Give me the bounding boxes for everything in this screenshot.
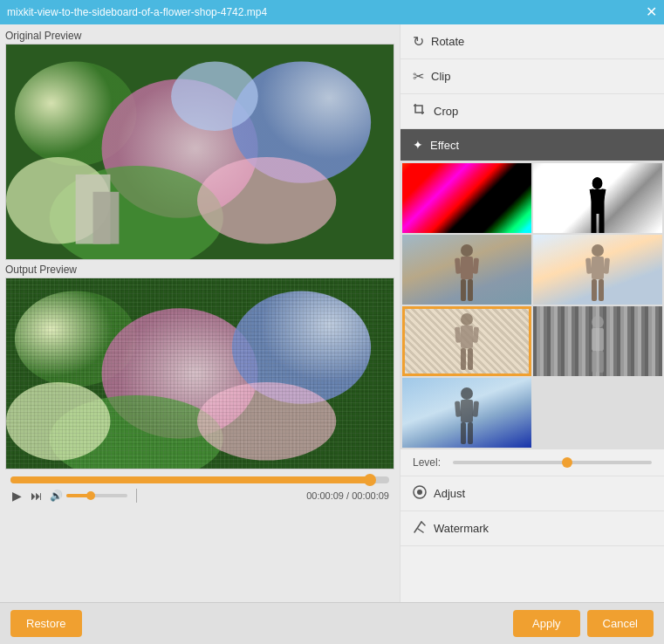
title-bar: mixkit-view-to-the-sideboard-of-a-flower… bbox=[0, 0, 664, 24]
svg-point-16 bbox=[6, 382, 110, 461]
watermark-label: Watermark bbox=[434, 522, 489, 535]
right-panel-inner: ↻ Rotate ✂ Clip Crop bbox=[400, 24, 664, 602]
original-svg bbox=[6, 45, 394, 259]
output-svg bbox=[6, 278, 394, 469]
left-panel: Original Preview bbox=[0, 24, 400, 602]
svg-rect-50 bbox=[468, 422, 473, 444]
svg-rect-37 bbox=[455, 326, 462, 342]
svg-point-23 bbox=[461, 244, 473, 257]
cancel-button[interactable]: Cancel bbox=[587, 610, 654, 637]
svg-rect-38 bbox=[472, 326, 479, 342]
playback-area: ▶ ⏭ 🔊 00:00:09 / 00:00:09 bbox=[5, 473, 394, 506]
level-label: Level: bbox=[413, 456, 446, 469]
crop-label: Crop bbox=[434, 105, 458, 118]
sidebar-item-effect[interactable]: ✦ Effect bbox=[400, 129, 664, 161]
effect-thumb-0[interactable] bbox=[402, 163, 531, 233]
sidebar-item-clip[interactable]: ✂ Clip bbox=[400, 59, 664, 94]
svg-point-29 bbox=[592, 244, 604, 257]
svg-rect-24 bbox=[461, 257, 473, 279]
svg-point-41 bbox=[592, 316, 604, 328]
svg-point-35 bbox=[461, 313, 473, 325]
effect-label: Effect bbox=[430, 139, 459, 152]
svg-rect-28 bbox=[468, 279, 473, 301]
bottom-bar: Restore Apply Cancel bbox=[0, 602, 664, 644]
sidebar-item-rotate[interactable]: ↻ Rotate bbox=[400, 24, 664, 59]
effect-thumb-6[interactable] bbox=[402, 378, 531, 448]
output-preview-image bbox=[5, 277, 394, 469]
window-title: mixkit-view-to-the-sideboard-of-a-flower… bbox=[7, 6, 267, 18]
output-preview-section: Output Preview bbox=[5, 264, 394, 469]
effect-grid bbox=[400, 161, 664, 449]
current-time: 00:00:09 bbox=[306, 490, 344, 501]
svg-rect-39 bbox=[461, 348, 466, 370]
close-button[interactable]: ✕ bbox=[646, 5, 657, 19]
svg-rect-36 bbox=[461, 325, 473, 348]
sidebar-item-watermark[interactable]: Watermark bbox=[400, 511, 664, 546]
svg-rect-44 bbox=[599, 351, 604, 373]
main-area: Original Preview bbox=[0, 24, 664, 602]
svg-rect-33 bbox=[592, 279, 597, 301]
svg-point-15 bbox=[197, 382, 336, 461]
effect-icon: ✦ bbox=[413, 138, 423, 152]
svg-point-7 bbox=[171, 61, 258, 131]
volume-area: 🔊 bbox=[50, 490, 127, 502]
svg-point-52 bbox=[417, 490, 422, 495]
restore-button[interactable]: Restore bbox=[10, 610, 82, 637]
right-content: ↻ Rotate ✂ Clip Crop bbox=[400, 24, 664, 602]
svg-point-17 bbox=[592, 177, 603, 189]
progress-bar[interactable] bbox=[10, 476, 389, 483]
total-time: 00:00:09 bbox=[352, 490, 389, 501]
svg-rect-47 bbox=[455, 401, 462, 416]
effect-thumb-2[interactable] bbox=[402, 235, 531, 305]
svg-rect-48 bbox=[472, 401, 479, 416]
svg-rect-40 bbox=[468, 348, 473, 370]
original-preview-section: Original Preview bbox=[5, 30, 394, 260]
adjust-label: Adjust bbox=[434, 487, 465, 500]
svg-rect-26 bbox=[472, 257, 479, 273]
right-panel: ↻ Rotate ✂ Clip Crop bbox=[400, 24, 664, 602]
volume-thumb[interactable] bbox=[86, 491, 95, 500]
rotate-icon: ↻ bbox=[413, 33, 424, 50]
volume-icon: 🔊 bbox=[50, 490, 63, 502]
svg-rect-49 bbox=[461, 422, 466, 444]
svg-rect-25 bbox=[455, 257, 462, 273]
effect-thumb-4[interactable] bbox=[402, 306, 531, 376]
svg-rect-30 bbox=[592, 257, 604, 279]
effect-thumb-5[interactable] bbox=[533, 306, 662, 376]
watermark-icon bbox=[413, 520, 427, 537]
clip-icon: ✂ bbox=[413, 68, 424, 85]
clip-label: Clip bbox=[431, 70, 450, 83]
svg-line-54 bbox=[421, 522, 425, 525]
crop-icon bbox=[413, 103, 427, 120]
progress-thumb[interactable] bbox=[364, 474, 376, 486]
apply-button[interactable]: Apply bbox=[513, 610, 580, 637]
effect-thumb-1[interactable] bbox=[533, 163, 662, 233]
action-buttons: Apply Cancel bbox=[513, 610, 654, 637]
svg-rect-42 bbox=[592, 328, 604, 351]
original-preview-label: Original Preview bbox=[5, 30, 394, 42]
svg-line-55 bbox=[418, 529, 423, 532]
level-thumb[interactable] bbox=[562, 457, 572, 468]
controls-row: ▶ ⏭ 🔊 00:00:09 / 00:00:09 bbox=[10, 489, 389, 503]
svg-rect-34 bbox=[599, 279, 604, 301]
svg-rect-22 bbox=[599, 214, 605, 233]
svg-rect-31 bbox=[585, 257, 592, 273]
level-row: Level: bbox=[400, 449, 664, 476]
divider bbox=[136, 489, 137, 503]
original-canvas bbox=[6, 45, 394, 259]
progress-fill bbox=[10, 476, 370, 483]
sidebar-item-crop[interactable]: Crop bbox=[400, 94, 664, 129]
effect-thumb-3[interactable] bbox=[533, 235, 662, 305]
svg-rect-21 bbox=[592, 214, 597, 233]
output-preview-label: Output Preview bbox=[5, 264, 394, 276]
skip-button[interactable]: ⏭ bbox=[29, 489, 44, 503]
svg-point-5 bbox=[197, 157, 336, 244]
volume-bar[interactable] bbox=[66, 494, 127, 497]
svg-rect-32 bbox=[603, 257, 610, 273]
level-track[interactable] bbox=[453, 461, 652, 464]
svg-rect-43 bbox=[592, 351, 597, 373]
output-canvas bbox=[6, 278, 394, 469]
svg-rect-9 bbox=[93, 192, 120, 244]
sidebar-item-adjust[interactable]: Adjust bbox=[400, 476, 664, 511]
play-button[interactable]: ▶ bbox=[10, 489, 24, 503]
